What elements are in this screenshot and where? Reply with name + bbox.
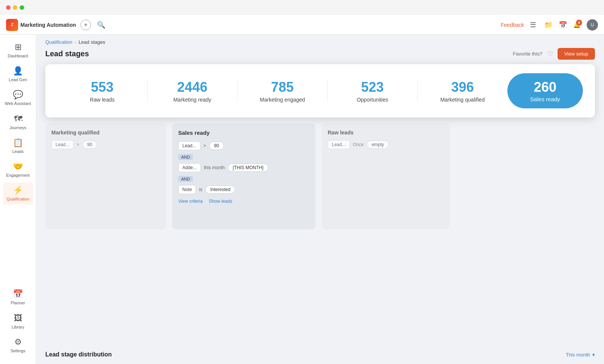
- sidebar-item-settings[interactable]: ⚙ Settings: [3, 334, 33, 356]
- criteria-op-rl-1: Once: [353, 142, 364, 147]
- and-badge-2: AND: [178, 176, 193, 182]
- breadcrumb-current: Lead stages: [79, 39, 105, 45]
- sidebar-label-qualification: Qualification: [6, 197, 29, 202]
- stat-label-marketing-engaged: Marketing engaged: [260, 97, 305, 103]
- stat-number-marketing-engaged: 785: [271, 79, 294, 95]
- folder-icon[interactable]: 📁: [544, 21, 553, 29]
- main-layout: ⊞ Dashboard 👤 Lead Gen 💬 Web Assistant 🗺…: [0, 35, 604, 364]
- stat-number-opportunities: 523: [361, 79, 384, 95]
- criteria-field-sr-2: Adde...: [178, 163, 201, 172]
- sidebar-label-webassistant: Web Assistant: [5, 101, 31, 106]
- page-header: Lead stages Favorite this? ♡ View setup: [36, 45, 604, 64]
- sidebar-item-dashboard[interactable]: ⊞ Dashboard: [3, 39, 33, 62]
- sidebar-item-engagement[interactable]: 🤝 Engagement: [3, 159, 33, 181]
- stat-label-marketing-qualified: Marketing qualified: [440, 97, 485, 103]
- sidebar-item-qualification[interactable]: ⚡ Qualification: [3, 182, 33, 205]
- heart-icon[interactable]: ♡: [547, 50, 553, 58]
- criteria-op-1: >: [77, 142, 79, 147]
- stat-marketing-qualified[interactable]: 396 Marketing qualified: [418, 79, 507, 103]
- feedback-button[interactable]: Feedback: [501, 22, 524, 28]
- add-button[interactable]: +: [80, 20, 91, 30]
- criteria-field-sr-3: Note: [178, 185, 196, 194]
- app-logo: Z Marketing Automation: [6, 19, 76, 31]
- stat-raw-leads[interactable]: 553 Raw leads: [57, 79, 147, 103]
- criteria-row-1: Lead... > 90: [51, 140, 160, 149]
- dashboard-icon: ⊞: [15, 42, 22, 52]
- criteria-row-rl-1: Lead... Once empty: [328, 140, 444, 149]
- sidebar-bottom: 📅 Planner 🖼 Library ⚙ Settings: [3, 286, 33, 356]
- criteria-op-sr-3: is: [199, 187, 202, 192]
- notification-icon[interactable]: 🔔 8: [573, 21, 581, 28]
- sidebar-label-leads: Leads: [12, 149, 24, 154]
- sidebar-item-webassistant[interactable]: 💬 Web Assistant: [3, 87, 33, 109]
- criteria-op-sr-2: this month: [204, 165, 225, 170]
- titlebar: [0, 0, 604, 15]
- criteria-val-sr-1: 90: [209, 142, 224, 150]
- stat-sales-ready[interactable]: 260 Sales ready: [507, 73, 583, 108]
- month-selector[interactable]: This month ▾: [566, 352, 595, 358]
- journeys-icon: 🗺: [14, 114, 22, 124]
- breadcrumb-separator: ›: [75, 39, 76, 45]
- header-right: Favorite this? ♡ View setup: [513, 48, 595, 60]
- view-criteria-link[interactable]: View criteria: [178, 199, 203, 204]
- leadgen-icon: 👤: [13, 66, 23, 76]
- chevron-down-icon: ▾: [592, 352, 595, 358]
- card-marketing-qualified: Marketing qualified Lead... > 90: [45, 123, 166, 229]
- criteria-row-sr-2: Adde... this month [THIS MONTH]: [178, 163, 310, 172]
- bottom-section-header: Lead stage distribution This month ▾: [45, 351, 595, 358]
- webassistant-icon: 💬: [13, 90, 23, 100]
- notification-badge: 8: [576, 20, 582, 26]
- sidebar-label-library: Library: [12, 325, 25, 330]
- minimize-dot[interactable]: [13, 5, 17, 10]
- card-raw-leads: Raw leads Lead... Once empty: [322, 123, 450, 229]
- criteria-val-sr-2: [THIS MONTH]: [228, 163, 268, 172]
- sidebar-label-dashboard: Dashboard: [8, 54, 28, 59]
- sidebar-label-planner: Planner: [11, 301, 25, 305]
- criteria-row-sr-3: Note is Interested: [178, 185, 310, 194]
- window-controls: [6, 5, 24, 10]
- stat-marketing-ready[interactable]: 2446 Marketing ready: [148, 79, 237, 103]
- user-avatar[interactable]: U: [587, 19, 598, 31]
- maximize-dot[interactable]: [20, 5, 24, 10]
- sidebar-item-leadgen[interactable]: 👤 Lead Gen: [3, 63, 33, 85]
- bottom-section-title: Lead stage distribution: [45, 351, 112, 358]
- sidebar-label-leadgen: Lead Gen: [9, 77, 27, 82]
- sidebar-label-engagement: Engagement: [6, 173, 29, 178]
- stat-label-sales-ready: Sales ready: [530, 96, 560, 102]
- cards-row: Marketing qualified Lead... > 90 Sales r…: [45, 123, 604, 229]
- calendar-icon[interactable]: 📅: [559, 21, 567, 29]
- view-setup-button[interactable]: View setup: [558, 48, 595, 60]
- stat-marketing-engaged[interactable]: 785 Marketing engaged: [237, 79, 327, 103]
- settings-icon: ⚙: [14, 337, 22, 347]
- stat-number-marketing-ready: 2446: [177, 79, 207, 95]
- show-leads-link[interactable]: Show leads: [209, 199, 232, 204]
- card-links-sr: View criteria Show leads: [178, 199, 310, 204]
- qualification-icon: ⚡: [13, 185, 23, 195]
- stat-label-opportunities: Opportunities: [357, 97, 388, 103]
- month-label: This month: [566, 352, 590, 358]
- list-icon[interactable]: ☰: [530, 21, 538, 29]
- sidebar-item-journeys[interactable]: 🗺 Journeys: [3, 111, 33, 133]
- sidebar-item-leads[interactable]: 📋 Leads: [3, 135, 33, 157]
- topnav: Z Marketing Automation + 🔍 Feedback ☰ 📁 …: [0, 15, 604, 35]
- stat-number-sales-ready: 260: [534, 79, 556, 95]
- search-icon[interactable]: 🔍: [97, 21, 105, 29]
- sidebar-item-library[interactable]: 🖼 Library: [3, 310, 33, 333]
- criteria-row-sr-1: Lead... > 90: [178, 141, 310, 150]
- breadcrumb: Qualification › Lead stages: [36, 35, 604, 45]
- leads-icon: 📋: [13, 138, 23, 148]
- and-badge-1: AND: [178, 154, 193, 160]
- stat-number-marketing-qualified: 396: [451, 79, 474, 95]
- sidebar-item-planner[interactable]: 📅 Planner: [3, 286, 33, 308]
- stat-number-raw-leads: 553: [91, 79, 114, 95]
- close-dot[interactable]: [6, 5, 11, 10]
- stat-opportunities[interactable]: 523 Opportunities: [328, 79, 418, 103]
- breadcrumb-parent[interactable]: Qualification: [45, 39, 72, 45]
- criteria-op-sr-1: >: [203, 143, 206, 148]
- card-title-raw-leads: Raw leads: [328, 130, 444, 136]
- sidebar-label-settings: Settings: [11, 349, 26, 353]
- criteria-val-1: 90: [82, 140, 97, 149]
- sidebar-label-journeys: Journeys: [9, 125, 26, 130]
- engagement-icon: 🤝: [13, 162, 23, 171]
- main-content: Qualification › Lead stages Lead stages …: [36, 35, 604, 364]
